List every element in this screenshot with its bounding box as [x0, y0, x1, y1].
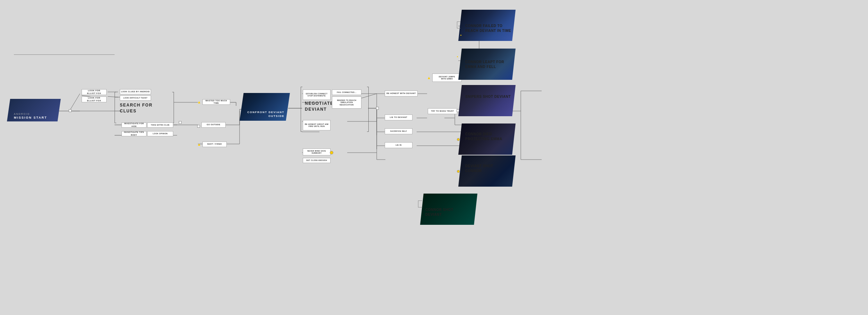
search-for-clues-label: SEARCH FORCLUES	[120, 102, 170, 114]
mission-start-label: MISSION START	[14, 116, 56, 119]
needed-reach-node[interactable]: NEEDED TO REACHSIMULATIONNEGOCIATION	[332, 96, 361, 109]
yellow-dot-never-mind	[330, 151, 333, 154]
title-area	[14, 54, 115, 56]
negotiate-bracket-left	[301, 87, 302, 132]
outcome-connor-shot-label: CONNOR SHOTDEVIANT	[425, 207, 453, 217]
never-mind-node[interactable]: NEVER MIND SAVE SUMMARY	[303, 148, 331, 155]
sacrifice-self-node[interactable]: SACRIFICE SELF	[385, 128, 412, 134]
failed-indicator	[460, 35, 461, 36]
deviant-shot-dot	[457, 170, 460, 173]
lie-to-deviant-node[interactable]: LIE TO DEVIANT	[385, 114, 412, 120]
look-for-node-2[interactable]: LOOK FORELLIOT FOX	[82, 96, 107, 102]
clues-node[interactable]: LOOK CLUES BY ANDROID	[120, 89, 151, 94]
take-extra-clue-2[interactable]: LOOK OPINION	[147, 131, 173, 136]
svg-line-1	[69, 94, 80, 111]
bracket-connor-shot	[418, 201, 422, 207]
warning-icon-shot: ▲	[197, 142, 201, 146]
get-close-node[interactable]: GET CLOSE ENOUGH	[303, 158, 331, 163]
establish-connect-node[interactable]: ESTABLISH CONNECTSTOP DISTRIBUTE	[303, 90, 331, 100]
shot-fired-node[interactable]: SHOT / FIRED	[202, 142, 227, 147]
mission-start-node[interactable]: ANDROID MISSION START	[7, 99, 61, 121]
go-outside-node[interactable]: GO OUTSIDE	[201, 122, 226, 128]
wasted-time-wrapper: ▲ WASTED TOO MUCH TIME	[197, 99, 230, 105]
outcome-died-label: CONNOR DIEDPROTECTING EMMA	[465, 132, 502, 142]
investigate-aide-node[interactable]: INVESTIGATE FOR AIDE	[122, 122, 147, 128]
search-bracket-right	[172, 92, 174, 123]
extra-clue-node[interactable]: LOOK DIFFICULT THAN?	[120, 95, 151, 101]
outcome-failed-label: CONNOR FAILED TOREACH DEVIANT IN TIME	[465, 24, 511, 33]
connector-1	[69, 109, 72, 112]
negotiate-bracket-right	[367, 87, 369, 132]
warning-icon-wasted: ▲	[197, 100, 201, 104]
be-honest-node[interactable]: BE HONEST ABOUT HIMFIRE UNTIL RUN	[303, 120, 331, 130]
go-outside-wrapper: GO OUTSIDE	[197, 122, 226, 128]
bracket-failed	[457, 22, 460, 25]
warning-icon-jumps: ▲	[427, 76, 431, 80]
try-make-trust-node[interactable]: TRY TO MAKE TRUST	[428, 108, 457, 114]
died-dot	[457, 138, 460, 141]
take-extra-clue-1[interactable]: TAKE EXTRA CLUE	[147, 122, 173, 128]
connector-go-outside	[197, 125, 200, 128]
look-for-node-1[interactable]: LOOK FORELLIOT FOX	[82, 89, 107, 95]
deviant-jumps-wrapper: ▲ DEVIANT JUMPSWITH EMMA	[427, 74, 462, 82]
title-divider	[14, 54, 115, 55]
outcome-image-snipers	[458, 85, 516, 116]
confront-deviant-node[interactable]: CONFRONT DEVIANTOUTSIDE	[240, 93, 290, 121]
investigate-tips-node[interactable]: INVESTIGATE TIPS BODY	[122, 131, 147, 136]
outcome-leapt-label: CONNOR LEAPT FOREMMA AND FELL	[465, 60, 504, 69]
bracket-failed-b	[457, 25, 460, 28]
connector-2	[179, 121, 182, 124]
wasted-time-node[interactable]: WASTED TOO MUCH TIME	[202, 99, 230, 105]
confront-label: CONFRONT DEVIANTOUTSIDE	[247, 110, 284, 118]
search-bracket-left	[115, 92, 116, 123]
fail-connected-node[interactable]: FAIL CONNECTED...	[332, 90, 361, 95]
outcome-deviant-shot-label: DEVIANT SHOTCONNOR	[465, 164, 493, 173]
leapt-dot	[457, 56, 458, 57]
lie-in-node[interactable]: LIE IN	[385, 142, 412, 148]
deviant-jumps-node[interactable]: DEVIANT JUMPSWITH EMMA	[432, 74, 462, 82]
svg-line-7	[108, 96, 118, 97]
be-honest-deviant-node[interactable]: BE HONEST WITH DEVIANT	[385, 91, 418, 96]
connector-3	[376, 107, 379, 110]
shot-fired-wrapper: ▲ SHOT / FIRED	[197, 142, 227, 147]
outcome-snipers-label: SNIPERS SHOT DEVIANT	[465, 94, 511, 99]
